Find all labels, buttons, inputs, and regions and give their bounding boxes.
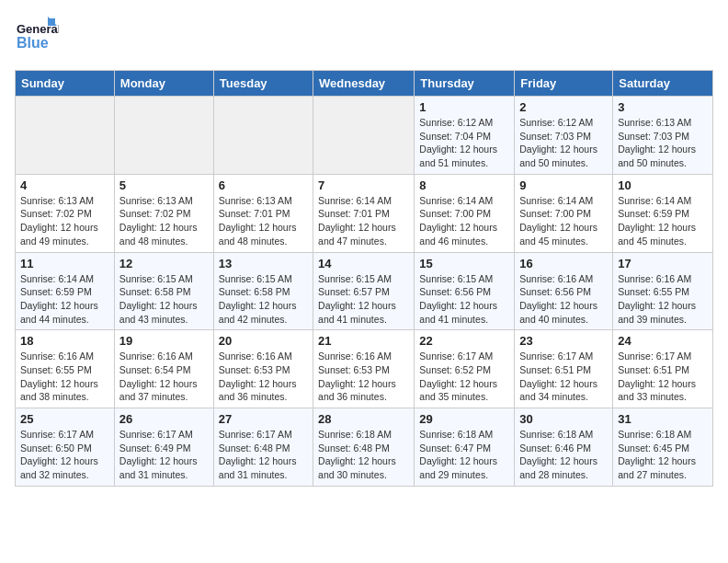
calendar-cell <box>213 97 313 175</box>
calendar-cell: 31Sunrise: 6:18 AM Sunset: 6:45 PM Dayli… <box>613 408 713 487</box>
calendar-cell: 19Sunrise: 6:16 AM Sunset: 6:54 PM Dayli… <box>114 330 213 408</box>
calendar-cell <box>16 97 115 175</box>
calendar-cell: 2Sunrise: 6:12 AM Sunset: 7:03 PM Daylig… <box>515 97 613 175</box>
day-number: 2 <box>519 100 608 114</box>
day-detail: Sunrise: 6:15 AM Sunset: 6:56 PM Dayligh… <box>419 272 509 327</box>
calendar-week-row: 11Sunrise: 6:14 AM Sunset: 6:59 PM Dayli… <box>16 252 713 330</box>
day-number: 15 <box>419 257 509 270</box>
day-detail: Sunrise: 6:16 AM Sunset: 6:53 PM Dayligh… <box>318 350 409 404</box>
calendar-cell: 21Sunrise: 6:16 AM Sunset: 6:53 PM Dayli… <box>313 330 415 408</box>
calendar-cell: 29Sunrise: 6:18 AM Sunset: 6:47 PM Dayli… <box>415 408 515 487</box>
day-detail: Sunrise: 6:14 AM Sunset: 7:00 PM Dayligh… <box>419 194 509 248</box>
day-detail: Sunrise: 6:13 AM Sunset: 7:02 PM Dayligh… <box>20 194 109 248</box>
day-detail: Sunrise: 6:12 AM Sunset: 7:04 PM Dayligh… <box>419 116 509 170</box>
day-number: 22 <box>419 334 509 348</box>
day-number: 6 <box>219 178 308 192</box>
calendar-cell: 26Sunrise: 6:17 AM Sunset: 6:49 PM Dayli… <box>114 408 213 487</box>
day-number: 31 <box>618 412 708 426</box>
calendar-cell: 9Sunrise: 6:14 AM Sunset: 7:00 PM Daylig… <box>515 174 613 252</box>
day-number: 24 <box>618 334 708 348</box>
day-detail: Sunrise: 6:17 AM Sunset: 6:50 PM Dayligh… <box>20 428 109 482</box>
day-number: 20 <box>219 334 308 348</box>
day-number: 17 <box>618 257 708 270</box>
day-detail: Sunrise: 6:12 AM Sunset: 7:03 PM Dayligh… <box>519 116 608 170</box>
day-detail: Sunrise: 6:16 AM Sunset: 6:56 PM Dayligh… <box>519 272 608 327</box>
calendar-header-row: SundayMondayTuesdayWednesdayThursdayFrid… <box>16 71 713 97</box>
day-number: 12 <box>119 257 209 270</box>
day-number: 4 <box>20 178 109 192</box>
calendar-cell: 1Sunrise: 6:12 AM Sunset: 7:04 PM Daylig… <box>415 97 515 175</box>
day-number: 23 <box>519 334 608 348</box>
calendar-cell: 12Sunrise: 6:15 AM Sunset: 6:58 PM Dayli… <box>114 252 213 330</box>
day-number: 9 <box>519 178 608 192</box>
day-number: 16 <box>519 257 608 270</box>
calendar-cell: 14Sunrise: 6:15 AM Sunset: 6:57 PM Dayli… <box>313 252 415 330</box>
day-detail: Sunrise: 6:16 AM Sunset: 6:54 PM Dayligh… <box>119 350 209 404</box>
day-number: 28 <box>318 412 409 426</box>
day-detail: Sunrise: 6:17 AM Sunset: 6:51 PM Dayligh… <box>618 350 708 404</box>
calendar-week-row: 1Sunrise: 6:12 AM Sunset: 7:04 PM Daylig… <box>16 97 713 175</box>
calendar-cell: 20Sunrise: 6:16 AM Sunset: 6:53 PM Dayli… <box>213 330 313 408</box>
day-number: 5 <box>119 178 209 192</box>
day-detail: Sunrise: 6:14 AM Sunset: 6:59 PM Dayligh… <box>618 194 708 248</box>
calendar-cell: 22Sunrise: 6:17 AM Sunset: 6:52 PM Dayli… <box>415 330 515 408</box>
calendar-cell: 25Sunrise: 6:17 AM Sunset: 6:50 PM Dayli… <box>16 408 115 487</box>
day-detail: Sunrise: 6:18 AM Sunset: 6:47 PM Dayligh… <box>419 428 509 482</box>
calendar-cell: 8Sunrise: 6:14 AM Sunset: 7:00 PM Daylig… <box>415 174 515 252</box>
weekday-header-monday: Monday <box>114 71 213 97</box>
calendar-cell: 23Sunrise: 6:17 AM Sunset: 6:51 PM Dayli… <box>515 330 613 408</box>
day-detail: Sunrise: 6:18 AM Sunset: 6:45 PM Dayligh… <box>618 428 708 482</box>
day-number: 14 <box>318 257 409 270</box>
day-number: 10 <box>618 178 708 192</box>
day-detail: Sunrise: 6:17 AM Sunset: 6:51 PM Dayligh… <box>519 350 608 404</box>
calendar-week-row: 18Sunrise: 6:16 AM Sunset: 6:55 PM Dayli… <box>16 330 713 408</box>
day-detail: Sunrise: 6:18 AM Sunset: 6:48 PM Dayligh… <box>318 428 409 482</box>
day-detail: Sunrise: 6:15 AM Sunset: 6:58 PM Dayligh… <box>119 272 209 327</box>
calendar-cell: 30Sunrise: 6:18 AM Sunset: 6:46 PM Dayli… <box>515 408 613 487</box>
day-number: 19 <box>119 334 209 348</box>
day-detail: Sunrise: 6:15 AM Sunset: 6:58 PM Dayligh… <box>219 272 308 327</box>
day-detail: Sunrise: 6:17 AM Sunset: 6:52 PM Dayligh… <box>419 350 509 404</box>
day-number: 25 <box>20 412 109 426</box>
day-number: 13 <box>219 257 308 270</box>
calendar-cell: 3Sunrise: 6:13 AM Sunset: 7:03 PM Daylig… <box>613 97 713 175</box>
weekday-header-sunday: Sunday <box>16 71 115 97</box>
calendar-week-row: 4Sunrise: 6:13 AM Sunset: 7:02 PM Daylig… <box>16 174 713 252</box>
calendar-cell: 7Sunrise: 6:14 AM Sunset: 7:01 PM Daylig… <box>313 174 415 252</box>
day-number: 8 <box>419 178 509 192</box>
day-number: 30 <box>519 412 608 426</box>
calendar-table: SundayMondayTuesdayWednesdayThursdayFrid… <box>15 70 713 487</box>
day-detail: Sunrise: 6:17 AM Sunset: 6:48 PM Dayligh… <box>219 428 308 482</box>
day-detail: Sunrise: 6:13 AM Sunset: 7:01 PM Dayligh… <box>219 194 308 248</box>
weekday-header-friday: Friday <box>515 71 613 97</box>
day-detail: Sunrise: 6:18 AM Sunset: 6:46 PM Dayligh… <box>519 428 608 482</box>
svg-text:Blue: Blue <box>17 35 49 51</box>
calendar-cell: 10Sunrise: 6:14 AM Sunset: 6:59 PM Dayli… <box>613 174 713 252</box>
day-detail: Sunrise: 6:17 AM Sunset: 6:49 PM Dayligh… <box>119 428 209 482</box>
calendar-cell <box>313 97 415 175</box>
day-number: 18 <box>20 334 109 348</box>
calendar-cell: 24Sunrise: 6:17 AM Sunset: 6:51 PM Dayli… <box>613 330 713 408</box>
day-detail: Sunrise: 6:13 AM Sunset: 7:03 PM Dayligh… <box>618 116 708 170</box>
calendar-cell: 6Sunrise: 6:13 AM Sunset: 7:01 PM Daylig… <box>213 174 313 252</box>
calendar-cell: 13Sunrise: 6:15 AM Sunset: 6:58 PM Dayli… <box>213 252 313 330</box>
calendar-cell: 15Sunrise: 6:15 AM Sunset: 6:56 PM Dayli… <box>415 252 515 330</box>
logo: General Blue <box>15 15 59 59</box>
day-detail: Sunrise: 6:14 AM Sunset: 7:01 PM Dayligh… <box>318 194 409 248</box>
day-detail: Sunrise: 6:16 AM Sunset: 6:55 PM Dayligh… <box>618 272 708 327</box>
day-number: 27 <box>219 412 308 426</box>
day-number: 11 <box>20 257 109 270</box>
calendar-cell: 28Sunrise: 6:18 AM Sunset: 6:48 PM Dayli… <box>313 408 415 487</box>
day-number: 21 <box>318 334 409 348</box>
calendar-cell <box>114 97 213 175</box>
day-number: 1 <box>419 100 509 114</box>
weekday-header-saturday: Saturday <box>613 71 713 97</box>
weekday-header-tuesday: Tuesday <box>213 71 313 97</box>
calendar-cell: 16Sunrise: 6:16 AM Sunset: 6:56 PM Dayli… <box>515 252 613 330</box>
day-detail: Sunrise: 6:14 AM Sunset: 6:59 PM Dayligh… <box>20 272 109 327</box>
day-detail: Sunrise: 6:14 AM Sunset: 7:00 PM Dayligh… <box>519 194 608 248</box>
day-detail: Sunrise: 6:13 AM Sunset: 7:02 PM Dayligh… <box>119 194 209 248</box>
logo-svg: General Blue <box>15 15 59 59</box>
day-detail: Sunrise: 6:15 AM Sunset: 6:57 PM Dayligh… <box>318 272 409 327</box>
page-header: General Blue <box>15 15 713 59</box>
